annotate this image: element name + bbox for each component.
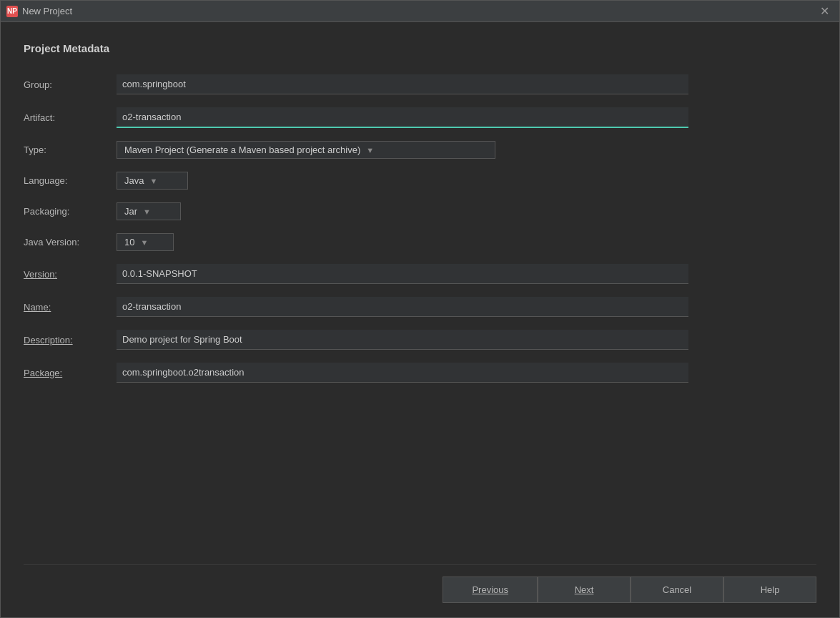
package-label: Package: bbox=[24, 368, 117, 378]
version-label: Version: bbox=[24, 269, 117, 280]
java-version-select-value: 10 bbox=[124, 237, 134, 247]
group-input[interactable] bbox=[117, 74, 688, 94]
packaging-chevron-icon: ▼ bbox=[143, 207, 151, 216]
version-row: Version: bbox=[24, 264, 816, 284]
app-icon: NP bbox=[6, 6, 18, 17]
title-bar: NP New Project ✕ bbox=[1, 1, 839, 22]
java-version-chevron-icon: ▼ bbox=[140, 238, 148, 247]
packaging-label: Packaging: bbox=[24, 206, 117, 217]
group-label: Group: bbox=[24, 79, 117, 90]
artifact-label: Artifact: bbox=[24, 112, 117, 123]
type-label: Type: bbox=[24, 144, 117, 155]
name-input[interactable] bbox=[117, 297, 688, 317]
language-row: Language: Java ▼ bbox=[24, 172, 816, 190]
group-row: Group: bbox=[24, 74, 816, 94]
description-row: Description: bbox=[24, 330, 816, 350]
new-project-window: NP New Project ✕ Project Metadata Group:… bbox=[0, 0, 840, 618]
close-button[interactable]: ✕ bbox=[816, 3, 834, 19]
language-select[interactable]: Java ▼ bbox=[117, 172, 188, 190]
help-button[interactable]: Help bbox=[723, 577, 816, 603]
language-chevron-icon: ▼ bbox=[149, 177, 157, 185]
window-title: New Project bbox=[22, 6, 72, 16]
language-select-value: Java bbox=[124, 175, 144, 186]
description-label: Description: bbox=[24, 335, 117, 345]
section-title: Project Metadata bbox=[24, 42, 816, 54]
name-row: Name: bbox=[24, 297, 816, 317]
artifact-input[interactable] bbox=[117, 107, 688, 128]
java-version-select[interactable]: 10 ▼ bbox=[117, 233, 174, 251]
main-content: Project Metadata Group: Artifact: Type: … bbox=[1, 22, 839, 617]
form-area: Group: Artifact: Type: Maven Project (Ge… bbox=[24, 74, 816, 550]
java-version-label: Java Version: bbox=[24, 237, 117, 247]
package-row: Package: bbox=[24, 363, 816, 383]
name-label: Name: bbox=[24, 302, 117, 313]
previous-button[interactable]: Previous bbox=[443, 577, 538, 603]
packaging-row: Packaging: Jar ▼ bbox=[24, 202, 816, 220]
description-input[interactable] bbox=[117, 330, 688, 350]
next-button[interactable]: Next bbox=[538, 577, 631, 603]
title-bar-left: NP New Project bbox=[6, 6, 72, 17]
type-chevron-icon: ▼ bbox=[366, 146, 374, 154]
package-input[interactable] bbox=[117, 363, 688, 383]
packaging-select[interactable]: Jar ▼ bbox=[117, 202, 181, 220]
cancel-button[interactable]: Cancel bbox=[631, 577, 723, 603]
language-label: Language: bbox=[24, 175, 117, 186]
type-select[interactable]: Maven Project (Generate a Maven based pr… bbox=[117, 141, 495, 159]
type-row: Type: Maven Project (Generate a Maven ba… bbox=[24, 141, 816, 159]
artifact-row: Artifact: bbox=[24, 107, 816, 128]
packaging-select-value: Jar bbox=[124, 206, 137, 217]
version-input[interactable] bbox=[117, 264, 688, 284]
footer: Previous Next Cancel Help bbox=[24, 564, 816, 603]
java-version-row: Java Version: 10 ▼ bbox=[24, 233, 816, 251]
type-select-value: Maven Project (Generate a Maven based pr… bbox=[124, 144, 360, 155]
